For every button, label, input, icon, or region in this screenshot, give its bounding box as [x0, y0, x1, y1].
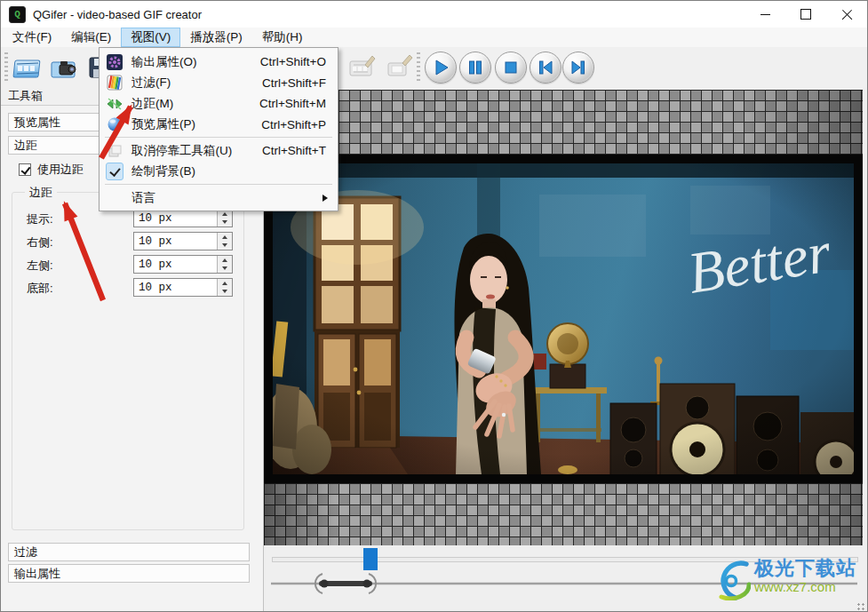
menu-item-filter[interactable]: 过滤(F) Ctrl+Shift+F — [100, 73, 337, 93]
menu-item-undock-toolbox[interactable]: 取消停靠工具箱(U) Ctrl+Shift+T — [100, 140, 337, 161]
menu-edit[interactable]: 编辑(E) — [61, 28, 121, 47]
section-filter[interactable]: 过滤 — [8, 543, 250, 561]
margin-bottom-label: 底部: — [27, 281, 80, 297]
extract-frames-button[interactable] — [346, 51, 379, 83]
margin-bottom-spinbox[interactable]: 10 px — [133, 278, 233, 297]
menu-player[interactable]: 播放器(P) — [180, 28, 252, 47]
filter-icon — [106, 74, 123, 91]
video-frame: Better — [264, 155, 863, 483]
output-properties-icon — [106, 53, 123, 71]
menu-item-language[interactable]: 语言 — [100, 187, 337, 208]
spin-down-button[interactable] — [218, 242, 232, 250]
close-button[interactable] — [826, 1, 867, 28]
skip-to-start-icon — [536, 58, 555, 77]
open-film-button[interactable] — [10, 51, 44, 83]
save-frame-button[interactable] — [383, 51, 417, 83]
skip-to-end-icon — [569, 58, 588, 77]
menu-separator — [105, 184, 332, 185]
preview-pane: Better — [264, 87, 868, 612]
menu-separator — [105, 137, 332, 138]
toolbar-drag-handle[interactable] — [4, 52, 8, 82]
spin-down-button[interactable] — [218, 219, 232, 227]
margins-group-label: 边距 — [25, 185, 57, 201]
menu-help[interactable]: 帮助(H) — [252, 28, 313, 47]
menu-file[interactable]: 文件(F) — [3, 28, 61, 47]
margins-icon — [106, 95, 123, 113]
maximize-icon — [800, 9, 811, 20]
margin-left-value[interactable]: 10 px — [134, 256, 217, 273]
title-bar: Q QGifer - video-based GIF creator — [1, 1, 867, 28]
stop-button[interactable] — [495, 52, 527, 83]
watermark-site-name: 极光下载站 — [754, 558, 856, 579]
margin-right-spinbox[interactable]: 10 px — [133, 232, 233, 250]
checked-icon — [106, 163, 123, 180]
menu-bar: 文件(F) 编辑(E) 视图(V) 播放器(P) 帮助(H) — [1, 28, 868, 47]
margin-left-label: 左侧: — [27, 258, 80, 274]
watermark-site-url: www.xz7.com — [754, 579, 856, 594]
qgifer-window: Q QGifer - video-based GIF creator 文件(F)… — [0, 0, 868, 612]
undock-toolbox-icon — [106, 142, 123, 160]
margin-bottom-value[interactable]: 10 px — [134, 279, 217, 296]
margin-top-value[interactable]: 10 px — [134, 210, 217, 227]
margin-right-label: 右侧: — [27, 234, 80, 250]
video-still: Better — [273, 163, 854, 474]
margins-groupbox: 边距 提示: 10 px 右侧: 10 px 左侧: 10 px 底部: — [12, 192, 244, 530]
save-frame-icon — [385, 52, 415, 83]
watermark-logo-icon — [710, 558, 751, 600]
menu-view[interactable]: 视图(V) — [121, 28, 180, 47]
window-title: QGifer - video-based GIF creator — [33, 8, 202, 21]
margin-top-label: 提示: — [27, 211, 80, 227]
stop-icon — [501, 58, 521, 77]
pause-icon — [466, 58, 485, 77]
spin-down-button[interactable] — [218, 288, 232, 297]
app-icon: Q — [9, 6, 26, 23]
toolbar-separator — [417, 52, 420, 82]
play-icon — [431, 58, 450, 77]
pause-button[interactable] — [459, 52, 491, 83]
minimize-button[interactable] — [745, 1, 785, 28]
spin-down-button[interactable] — [218, 265, 232, 274]
margin-left-spinbox[interactable]: 10 px — [133, 255, 233, 274]
margin-right-value[interactable]: 10 px — [134, 233, 217, 250]
close-icon — [841, 9, 853, 20]
maximize-button[interactable] — [785, 1, 826, 28]
section-output-properties[interactable]: 输出属性 — [8, 564, 250, 583]
margin-top-spinbox[interactable]: 10 px — [133, 209, 233, 227]
menu-item-margins[interactable]: 边距(M) Ctrl+Shift+M — [100, 93, 337, 114]
skip-to-start-button[interactable] — [530, 52, 561, 83]
spin-up-button[interactable] — [218, 256, 232, 265]
preview-properties-icon — [106, 115, 123, 133]
view-menu-dropdown: 输出属性(O) Ctrl+Shift+O 过滤(F) Ctrl+Shift+F … — [99, 47, 338, 211]
menu-item-preview-properties[interactable]: 预览属性(P) Ctrl+Shift+P — [100, 115, 337, 135]
spin-up-button[interactable] — [218, 233, 232, 242]
open-video-icon — [49, 52, 79, 83]
menu-item-output-properties[interactable]: 输出属性(O) Ctrl+Shift+O — [100, 52, 337, 72]
extract-frames-icon — [347, 52, 378, 83]
use-margins-checkbox[interactable] — [19, 163, 31, 176]
checkmark-icon — [21, 164, 31, 175]
open-film-icon — [12, 52, 42, 83]
play-button[interactable] — [425, 52, 457, 83]
site-watermark: 极光下载站 www.xz7.com — [710, 558, 856, 600]
frame-slider-handle[interactable] — [363, 548, 378, 570]
margin-checker-top — [264, 90, 863, 155]
use-margins-label: 使用边距 — [37, 162, 84, 178]
resize-grip[interactable] — [856, 602, 865, 611]
submenu-arrow-icon — [323, 195, 328, 202]
menu-item-draw-background[interactable]: 绘制背景(B) — [100, 162, 337, 182]
spin-up-button[interactable] — [218, 279, 232, 288]
skip-to-end-button[interactable] — [562, 52, 594, 83]
margin-checker-bottom — [264, 483, 863, 545]
open-video-button[interactable] — [47, 51, 81, 83]
minimize-icon — [760, 14, 770, 15]
